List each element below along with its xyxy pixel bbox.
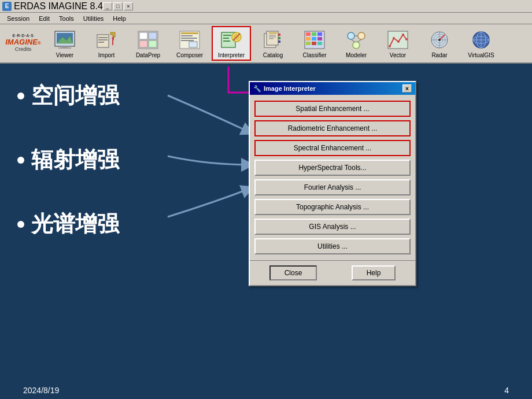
toolbar-viewer-button[interactable]: Viewer <box>45 26 84 61</box>
svg-rect-41 <box>312 32 316 36</box>
svg-rect-34 <box>269 36 276 38</box>
import-icon <box>95 29 118 51</box>
svg-rect-32 <box>269 32 277 34</box>
svg-rect-40 <box>306 32 311 36</box>
svg-point-59 <box>402 34 404 36</box>
svg-point-50 <box>358 32 365 39</box>
toolbar-composer-button[interactable]: Composer <box>170 26 209 61</box>
svg-point-57 <box>393 37 395 39</box>
svg-rect-45 <box>317 37 322 40</box>
bottom-bar: 2024/8/19 4 <box>0 382 532 399</box>
menu-help[interactable]: Help <box>108 14 131 23</box>
svg-rect-21 <box>181 40 194 41</box>
classifier-icon <box>303 29 326 51</box>
menu-utilities[interactable]: Utilities <box>79 14 108 23</box>
classifier-label: Classifier <box>302 52 326 58</box>
dialog-close-footer-button[interactable]: Close <box>269 265 317 280</box>
bullet-spectral: 光谱增强 <box>17 209 119 239</box>
interpreter-icon <box>220 29 243 51</box>
dialog-help-button[interactable]: Help <box>352 265 396 280</box>
svg-rect-28 <box>223 38 229 39</box>
toolbar-dataprep-button[interactable]: DataPrep <box>128 26 168 61</box>
svg-rect-33 <box>269 35 276 36</box>
viewer-label: Viewer <box>56 52 73 58</box>
bullet-dot-spectral <box>17 221 24 228</box>
svg-rect-46 <box>306 42 311 45</box>
spatial-enhancement-button[interactable]: Spatial Enhancement ... <box>254 101 411 117</box>
import-label: Import <box>98 52 114 58</box>
modeler-label: Modeler <box>346 52 367 58</box>
svg-point-58 <box>397 40 400 43</box>
titlebar: E ERDAS IMAGINE 8.4 _ □ × <box>0 0 532 13</box>
svg-rect-43 <box>306 37 311 40</box>
dialog-titlebar: 🔧 Image Interpreter × <box>250 82 415 95</box>
svg-rect-19 <box>181 35 193 36</box>
bullet-spatial: 空间增强 <box>17 81 119 110</box>
footer-date: 2024/8/19 <box>23 386 59 395</box>
svg-rect-5 <box>97 35 109 47</box>
toolbar-interpreter-button[interactable]: Interpreter <box>212 26 251 61</box>
toolbar-radar-button[interactable]: Radar <box>420 26 459 61</box>
radar-label: Radar <box>431 52 447 58</box>
svg-rect-18 <box>181 32 198 34</box>
svg-rect-4 <box>58 47 71 49</box>
dialog-title-label: Image Interpreter <box>264 85 316 92</box>
gis-analysis-button[interactable]: GIS Analysis ... <box>254 219 411 235</box>
toolbar: E·R·D·A·S IMAGINE® Credits Viewer <box>0 24 532 64</box>
app-title: ERDAS IMAGINE 8.4 <box>14 1 103 12</box>
close-button[interactable]: × <box>124 2 133 10</box>
composer-icon <box>178 29 201 51</box>
vector-label: Vector <box>390 52 406 58</box>
toolbar-vector-button[interactable]: Vector <box>378 26 418 61</box>
toolbar-catalog-button[interactable]: Catalog <box>253 26 293 61</box>
toolbar-virtualgis-button[interactable]: VirtualGIS <box>461 26 501 61</box>
toolbar-import-button[interactable]: Import <box>87 26 126 61</box>
bullet-radiometric: 辐射增强 <box>17 145 119 175</box>
menu-tools[interactable]: Tools <box>54 14 79 23</box>
svg-marker-9 <box>110 32 115 37</box>
svg-rect-38 <box>278 40 280 43</box>
footer-page: 4 <box>504 386 509 395</box>
dialog-footer: Close Help <box>250 260 415 285</box>
radiometric-enhancement-button[interactable]: Radiometric Enhancement ... <box>254 120 411 136</box>
spectral-enhancement-button[interactable]: Spectral Enhancement ... <box>254 140 411 156</box>
bullet-spectral-text: 光谱增强 <box>31 209 119 239</box>
main-area: 空间增强 辐射增强 光谱增强 <box>0 64 532 399</box>
svg-rect-22 <box>189 42 197 47</box>
erdas-logo-icon: E·R·D·A·S IMAGINE® Credits <box>12 32 35 54</box>
modeler-icon <box>345 29 368 51</box>
interpreter-label: Interpreter <box>218 52 245 58</box>
radar-icon <box>428 29 451 51</box>
toolbar-credits-button[interactable]: E·R·D·A·S IMAGINE® Credits <box>3 26 43 61</box>
dialog-title-icon: 🔧 <box>253 85 261 93</box>
image-interpreter-dialog: 🔧 Image Interpreter × Spatial Enhancemen… <box>249 81 416 286</box>
toolbar-classifier-button[interactable]: Classifier <box>295 26 334 61</box>
svg-point-49 <box>348 32 354 39</box>
svg-rect-48 <box>317 42 322 45</box>
dialog-close-button[interactable]: × <box>402 84 412 93</box>
svg-point-60 <box>405 38 408 40</box>
app-icon: E <box>2 2 12 11</box>
virtualgis-label: VirtualGIS <box>468 52 494 58</box>
catalog-label: Catalog <box>263 52 283 58</box>
svg-rect-44 <box>312 37 316 40</box>
utilities-button[interactable]: Utilities ... <box>254 238 411 254</box>
vector-icon <box>386 29 409 51</box>
svg-rect-37 <box>278 37 280 39</box>
menu-session[interactable]: Session <box>2 14 34 23</box>
svg-rect-16 <box>149 40 157 47</box>
bullet-list: 空间增强 辐射增强 光谱增强 <box>17 81 119 243</box>
topographic-analysis-button[interactable]: Topographic Analysis ... <box>254 199 411 215</box>
svg-rect-42 <box>317 32 322 36</box>
dataprep-icon <box>136 29 160 51</box>
dialog-title: 🔧 Image Interpreter <box>253 85 316 93</box>
menu-edit[interactable]: Edit <box>34 14 54 23</box>
hyperspectral-tools-button[interactable]: HyperSpectral Tools... <box>254 160 411 176</box>
svg-point-51 <box>353 42 360 49</box>
maximize-button[interactable]: □ <box>113 2 123 10</box>
svg-rect-15 <box>139 40 147 47</box>
toolbar-modeler-button[interactable]: Modeler <box>337 26 376 61</box>
svg-rect-8 <box>98 42 104 43</box>
fourier-analysis-button[interactable]: Fourier Analysis ... <box>254 179 411 195</box>
minimize-button[interactable]: _ <box>103 2 112 10</box>
